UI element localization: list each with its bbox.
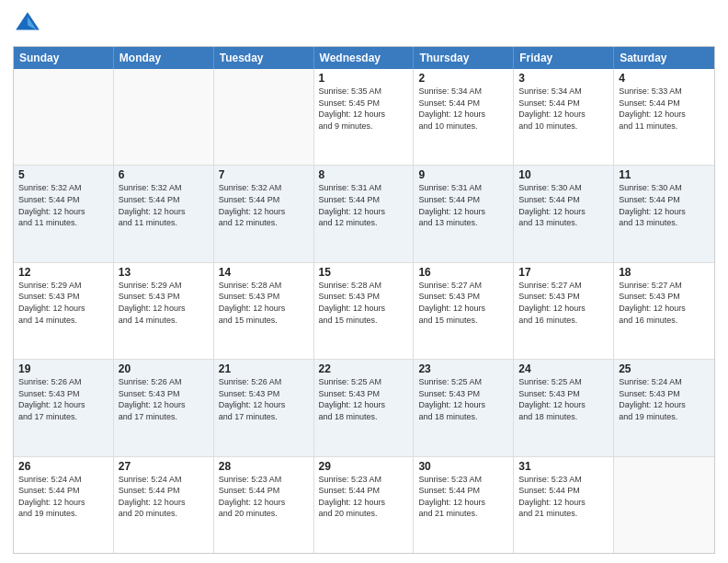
day-info: Sunrise: 5:30 AM Sunset: 5:44 PM Dayligh…	[518, 182, 609, 228]
header-day-thursday: Thursday	[414, 47, 514, 69]
header	[13, 9, 715, 39]
cal-cell-15: 15Sunrise: 5:28 AM Sunset: 5:43 PM Dayli…	[314, 263, 415, 359]
calendar: SundayMondayTuesdayWednesdayThursdayFrid…	[13, 46, 715, 554]
day-number: 1	[319, 72, 409, 85]
cal-cell-5: 5Sunrise: 5:32 AM Sunset: 5:44 PM Daylig…	[14, 166, 114, 261]
day-info: Sunrise: 5:25 AM Sunset: 5:43 PM Dayligh…	[319, 376, 409, 422]
day-number: 18	[619, 266, 710, 279]
header-day-wednesday: Wednesday	[314, 47, 415, 69]
cal-cell-empty	[214, 69, 314, 165]
cal-cell-7: 7Sunrise: 5:32 AM Sunset: 5:44 PM Daylig…	[214, 166, 314, 261]
cal-cell-30: 30Sunrise: 5:23 AM Sunset: 5:44 PM Dayli…	[414, 457, 514, 553]
day-number: 26	[18, 460, 108, 473]
cal-cell-18: 18Sunrise: 5:27 AM Sunset: 5:43 PM Dayli…	[614, 263, 714, 359]
cal-cell-20: 20Sunrise: 5:26 AM Sunset: 5:43 PM Dayli…	[114, 360, 214, 455]
day-number: 11	[619, 168, 710, 181]
cal-cell-23: 23Sunrise: 5:25 AM Sunset: 5:43 PM Dayli…	[414, 360, 514, 455]
logo	[13, 9, 46, 39]
day-info: Sunrise: 5:29 AM Sunset: 5:43 PM Dayligh…	[119, 280, 209, 326]
cal-cell-3: 3Sunrise: 5:34 AM Sunset: 5:44 PM Daylig…	[514, 69, 614, 165]
day-info: Sunrise: 5:23 AM Sunset: 5:44 PM Dayligh…	[219, 474, 309, 520]
cal-cell-1: 1Sunrise: 5:35 AM Sunset: 5:45 PM Daylig…	[314, 69, 415, 165]
cal-cell-21: 21Sunrise: 5:26 AM Sunset: 5:43 PM Dayli…	[214, 360, 314, 455]
header-day-saturday: Saturday	[614, 47, 714, 69]
day-number: 16	[418, 266, 508, 279]
day-number: 12	[18, 266, 108, 279]
cal-cell-4: 4Sunrise: 5:33 AM Sunset: 5:44 PM Daylig…	[614, 69, 714, 165]
day-info: Sunrise: 5:33 AM Sunset: 5:44 PM Dayligh…	[619, 86, 710, 132]
day-number: 8	[319, 168, 409, 181]
day-info: Sunrise: 5:27 AM Sunset: 5:43 PM Dayligh…	[619, 280, 710, 326]
cal-cell-11: 11Sunrise: 5:30 AM Sunset: 5:44 PM Dayli…	[614, 166, 714, 261]
day-info: Sunrise: 5:23 AM Sunset: 5:44 PM Dayligh…	[319, 474, 409, 520]
cal-cell-14: 14Sunrise: 5:28 AM Sunset: 5:43 PM Dayli…	[214, 263, 314, 359]
day-number: 21	[219, 362, 309, 375]
day-number: 4	[619, 72, 710, 85]
cal-row-2: 12Sunrise: 5:29 AM Sunset: 5:43 PM Dayli…	[14, 262, 714, 359]
day-number: 20	[119, 362, 209, 375]
day-number: 31	[518, 460, 609, 473]
cal-row-1: 5Sunrise: 5:32 AM Sunset: 5:44 PM Daylig…	[14, 165, 714, 261]
day-info: Sunrise: 5:27 AM Sunset: 5:43 PM Dayligh…	[518, 280, 609, 326]
cal-cell-29: 29Sunrise: 5:23 AM Sunset: 5:44 PM Dayli…	[314, 457, 415, 553]
day-info: Sunrise: 5:23 AM Sunset: 5:44 PM Dayligh…	[518, 474, 609, 520]
cal-cell-10: 10Sunrise: 5:30 AM Sunset: 5:44 PM Dayli…	[514, 166, 614, 261]
day-info: Sunrise: 5:34 AM Sunset: 5:44 PM Dayligh…	[418, 86, 508, 132]
calendar-body: 1Sunrise: 5:35 AM Sunset: 5:45 PM Daylig…	[14, 69, 714, 553]
cal-cell-17: 17Sunrise: 5:27 AM Sunset: 5:43 PM Dayli…	[514, 263, 614, 359]
day-number: 29	[319, 460, 409, 473]
day-info: Sunrise: 5:27 AM Sunset: 5:43 PM Dayligh…	[418, 280, 508, 326]
day-info: Sunrise: 5:31 AM Sunset: 5:44 PM Dayligh…	[418, 182, 508, 228]
day-number: 7	[219, 168, 309, 181]
cal-cell-2: 2Sunrise: 5:34 AM Sunset: 5:44 PM Daylig…	[414, 69, 514, 165]
day-info: Sunrise: 5:25 AM Sunset: 5:43 PM Dayligh…	[418, 376, 508, 422]
day-number: 9	[418, 168, 508, 181]
cal-cell-8: 8Sunrise: 5:31 AM Sunset: 5:44 PM Daylig…	[314, 166, 415, 261]
cal-cell-13: 13Sunrise: 5:29 AM Sunset: 5:43 PM Dayli…	[114, 263, 214, 359]
day-info: Sunrise: 5:24 AM Sunset: 5:44 PM Dayligh…	[18, 474, 108, 520]
day-number: 15	[319, 266, 409, 279]
page: SundayMondayTuesdayWednesdayThursdayFrid…	[0, 0, 728, 563]
cal-cell-24: 24Sunrise: 5:25 AM Sunset: 5:43 PM Dayli…	[514, 360, 614, 455]
cal-cell-25: 25Sunrise: 5:24 AM Sunset: 5:43 PM Dayli…	[614, 360, 714, 455]
day-number: 5	[18, 168, 108, 181]
day-number: 17	[518, 266, 609, 279]
cal-cell-9: 9Sunrise: 5:31 AM Sunset: 5:44 PM Daylig…	[414, 166, 514, 261]
cal-cell-19: 19Sunrise: 5:26 AM Sunset: 5:43 PM Dayli…	[14, 360, 114, 455]
day-number: 19	[18, 362, 108, 375]
day-info: Sunrise: 5:32 AM Sunset: 5:44 PM Dayligh…	[119, 182, 209, 228]
day-info: Sunrise: 5:23 AM Sunset: 5:44 PM Dayligh…	[418, 474, 508, 520]
header-day-tuesday: Tuesday	[214, 47, 314, 69]
cal-cell-28: 28Sunrise: 5:23 AM Sunset: 5:44 PM Dayli…	[214, 457, 314, 553]
day-info: Sunrise: 5:30 AM Sunset: 5:44 PM Dayligh…	[619, 182, 710, 228]
day-number: 27	[119, 460, 209, 473]
day-info: Sunrise: 5:26 AM Sunset: 5:43 PM Dayligh…	[119, 376, 209, 422]
cal-cell-12: 12Sunrise: 5:29 AM Sunset: 5:43 PM Dayli…	[14, 263, 114, 359]
day-info: Sunrise: 5:24 AM Sunset: 5:43 PM Dayligh…	[619, 376, 710, 422]
day-number: 28	[219, 460, 309, 473]
day-number: 24	[518, 362, 609, 375]
day-info: Sunrise: 5:28 AM Sunset: 5:43 PM Dayligh…	[319, 280, 409, 326]
day-number: 10	[518, 168, 609, 181]
day-number: 2	[418, 72, 508, 85]
day-info: Sunrise: 5:35 AM Sunset: 5:45 PM Dayligh…	[319, 86, 409, 132]
cal-cell-6: 6Sunrise: 5:32 AM Sunset: 5:44 PM Daylig…	[114, 166, 214, 261]
day-number: 14	[219, 266, 309, 279]
calendar-header-row: SundayMondayTuesdayWednesdayThursdayFrid…	[14, 47, 714, 69]
day-info: Sunrise: 5:34 AM Sunset: 5:44 PM Dayligh…	[518, 86, 609, 132]
day-number: 3	[518, 72, 609, 85]
cal-cell-27: 27Sunrise: 5:24 AM Sunset: 5:44 PM Dayli…	[114, 457, 214, 553]
cal-row-0: 1Sunrise: 5:35 AM Sunset: 5:45 PM Daylig…	[14, 69, 714, 165]
day-info: Sunrise: 5:26 AM Sunset: 5:43 PM Dayligh…	[18, 376, 108, 422]
day-info: Sunrise: 5:31 AM Sunset: 5:44 PM Dayligh…	[319, 182, 409, 228]
day-info: Sunrise: 5:25 AM Sunset: 5:43 PM Dayligh…	[518, 376, 609, 422]
day-info: Sunrise: 5:32 AM Sunset: 5:44 PM Dayligh…	[18, 182, 108, 228]
day-number: 23	[418, 362, 508, 375]
cal-cell-empty	[614, 457, 714, 553]
cal-cell-16: 16Sunrise: 5:27 AM Sunset: 5:43 PM Dayli…	[414, 263, 514, 359]
header-day-sunday: Sunday	[14, 47, 114, 69]
day-number: 30	[418, 460, 508, 473]
cal-cell-empty	[14, 69, 114, 165]
day-info: Sunrise: 5:29 AM Sunset: 5:43 PM Dayligh…	[18, 280, 108, 326]
cal-row-3: 19Sunrise: 5:26 AM Sunset: 5:43 PM Dayli…	[14, 359, 714, 455]
